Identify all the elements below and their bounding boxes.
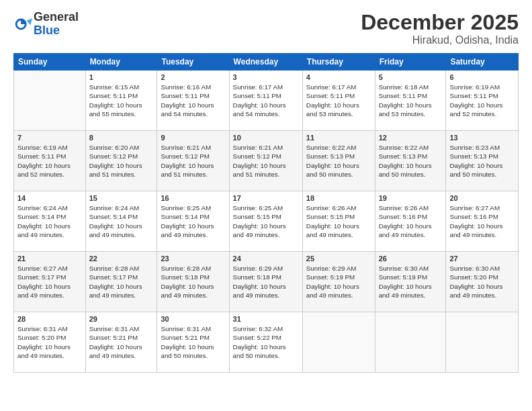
day-info: Sunrise: 6:31 AM Sunset: 5:21 PM Dayligh…: [89, 324, 154, 360]
day-cell: 29Sunrise: 6:31 AM Sunset: 5:21 PM Dayli…: [85, 312, 157, 373]
day-info: Sunrise: 6:32 AM Sunset: 5:22 PM Dayligh…: [233, 324, 299, 360]
title-block: December 2025 Hirakud, Odisha, India: [361, 11, 519, 46]
day-number: 11: [306, 134, 371, 142]
day-number: 31: [233, 315, 299, 323]
day-info: Sunrise: 6:24 AM Sunset: 5:14 PM Dayligh…: [89, 203, 154, 239]
day-number: 20: [449, 194, 515, 202]
day-number: 1: [89, 73, 154, 81]
day-info: Sunrise: 6:23 AM Sunset: 5:13 PM Dayligh…: [449, 143, 515, 179]
day-number: 21: [17, 255, 82, 263]
day-cell: 19Sunrise: 6:26 AM Sunset: 5:16 PM Dayli…: [375, 191, 446, 252]
day-cell: 13Sunrise: 6:23 AM Sunset: 5:13 PM Dayli…: [446, 131, 519, 191]
day-number: 19: [379, 194, 443, 202]
col-header-sunday: Sunday: [14, 54, 86, 71]
day-info: Sunrise: 6:29 AM Sunset: 5:18 PM Dayligh…: [233, 264, 299, 300]
day-number: 10: [233, 134, 299, 142]
day-cell: 22Sunrise: 6:28 AM Sunset: 5:17 PM Dayli…: [85, 252, 157, 312]
col-header-monday: Monday: [85, 54, 157, 71]
day-info: Sunrise: 6:29 AM Sunset: 5:19 PM Dayligh…: [306, 264, 371, 300]
day-number: 15: [89, 194, 154, 202]
day-info: Sunrise: 6:22 AM Sunset: 5:13 PM Dayligh…: [379, 143, 443, 179]
calendar: SundayMondayTuesdayWednesdayThursdayFrid…: [13, 53, 519, 373]
day-number: 8: [89, 134, 154, 142]
day-cell: 18Sunrise: 6:26 AM Sunset: 5:15 PM Dayli…: [302, 191, 375, 252]
day-number: 30: [161, 315, 225, 323]
day-number: 29: [89, 315, 154, 323]
day-cell: 28Sunrise: 6:31 AM Sunset: 5:20 PM Dayli…: [14, 312, 86, 373]
day-number: 12: [379, 134, 443, 142]
header-row: SundayMondayTuesdayWednesdayThursdayFrid…: [14, 54, 519, 71]
day-info: Sunrise: 6:20 AM Sunset: 5:12 PM Dayligh…: [89, 143, 154, 179]
day-number: 25: [306, 255, 371, 263]
day-cell: [446, 312, 519, 373]
day-number: 3: [233, 73, 299, 81]
col-header-thursday: Thursday: [302, 54, 375, 71]
day-cell: 31Sunrise: 6:32 AM Sunset: 5:22 PM Dayli…: [229, 312, 302, 373]
day-number: 13: [449, 134, 515, 142]
day-number: 18: [306, 194, 371, 202]
day-number: 16: [161, 194, 225, 202]
logo-blue: Blue: [34, 24, 60, 37]
day-info: Sunrise: 6:31 AM Sunset: 5:20 PM Dayligh…: [17, 324, 82, 360]
day-cell: 6Sunrise: 6:19 AM Sunset: 5:11 PM Daylig…: [446, 71, 519, 131]
day-number: 14: [17, 194, 82, 202]
day-info: Sunrise: 6:21 AM Sunset: 5:12 PM Dayligh…: [161, 143, 225, 179]
day-cell: 16Sunrise: 6:25 AM Sunset: 5:14 PM Dayli…: [157, 191, 229, 252]
week-row-5: 28Sunrise: 6:31 AM Sunset: 5:20 PM Dayli…: [14, 312, 519, 373]
header: General Blue December 2025 Hirakud, Odis…: [13, 11, 519, 46]
day-info: Sunrise: 6:25 AM Sunset: 5:14 PM Dayligh…: [161, 203, 225, 239]
day-info: Sunrise: 6:27 AM Sunset: 5:16 PM Dayligh…: [449, 203, 515, 239]
day-cell: 4Sunrise: 6:17 AM Sunset: 5:11 PM Daylig…: [302, 71, 375, 131]
day-cell: 25Sunrise: 6:29 AM Sunset: 5:19 PM Dayli…: [302, 252, 375, 312]
day-number: 22: [89, 255, 154, 263]
day-number: 9: [161, 134, 225, 142]
week-row-4: 21Sunrise: 6:27 AM Sunset: 5:17 PM Dayli…: [14, 252, 519, 312]
day-cell: 23Sunrise: 6:28 AM Sunset: 5:18 PM Dayli…: [157, 252, 229, 312]
day-info: Sunrise: 6:19 AM Sunset: 5:11 PM Dayligh…: [17, 143, 82, 179]
day-info: Sunrise: 6:30 AM Sunset: 5:19 PM Dayligh…: [379, 264, 443, 300]
day-info: Sunrise: 6:31 AM Sunset: 5:21 PM Dayligh…: [161, 324, 225, 360]
day-info: Sunrise: 6:24 AM Sunset: 5:14 PM Dayligh…: [17, 203, 82, 239]
day-info: Sunrise: 6:22 AM Sunset: 5:13 PM Dayligh…: [306, 143, 371, 179]
day-cell: 3Sunrise: 6:17 AM Sunset: 5:11 PM Daylig…: [229, 71, 302, 131]
day-cell: [14, 71, 86, 131]
day-number: 23: [161, 255, 225, 263]
day-number: 24: [233, 255, 299, 263]
day-info: Sunrise: 6:26 AM Sunset: 5:15 PM Dayligh…: [306, 203, 371, 239]
logo-text: General Blue: [34, 11, 79, 38]
day-number: 27: [449, 255, 515, 263]
day-number: 28: [17, 315, 82, 323]
day-cell: 7Sunrise: 6:19 AM Sunset: 5:11 PM Daylig…: [14, 131, 86, 191]
day-info: Sunrise: 6:17 AM Sunset: 5:11 PM Dayligh…: [306, 83, 371, 118]
day-cell: 9Sunrise: 6:21 AM Sunset: 5:12 PM Daylig…: [157, 131, 229, 191]
day-cell: 21Sunrise: 6:27 AM Sunset: 5:17 PM Dayli…: [14, 252, 86, 312]
svg-marker-1: [27, 18, 32, 25]
day-number: 2: [161, 73, 225, 81]
day-cell: [375, 312, 446, 373]
day-info: Sunrise: 6:21 AM Sunset: 5:12 PM Dayligh…: [233, 143, 299, 179]
day-info: Sunrise: 6:18 AM Sunset: 5:11 PM Dayligh…: [379, 83, 443, 118]
day-info: Sunrise: 6:26 AM Sunset: 5:16 PM Dayligh…: [379, 203, 443, 239]
day-info: Sunrise: 6:30 AM Sunset: 5:20 PM Dayligh…: [449, 264, 515, 300]
logo-general: General: [34, 10, 79, 24]
col-header-tuesday: Tuesday: [157, 54, 229, 71]
day-cell: 27Sunrise: 6:30 AM Sunset: 5:20 PM Dayli…: [446, 252, 519, 312]
week-row-2: 7Sunrise: 6:19 AM Sunset: 5:11 PM Daylig…: [14, 131, 519, 191]
col-header-wednesday: Wednesday: [229, 54, 302, 71]
day-cell: 24Sunrise: 6:29 AM Sunset: 5:18 PM Dayli…: [229, 252, 302, 312]
day-cell: 12Sunrise: 6:22 AM Sunset: 5:13 PM Dayli…: [375, 131, 446, 191]
logo-icon: [13, 15, 32, 34]
day-info: Sunrise: 6:17 AM Sunset: 5:11 PM Dayligh…: [233, 83, 299, 118]
day-cell: 10Sunrise: 6:21 AM Sunset: 5:12 PM Dayli…: [229, 131, 302, 191]
day-number: 4: [306, 73, 371, 81]
day-number: 6: [449, 73, 515, 81]
day-cell: 26Sunrise: 6:30 AM Sunset: 5:19 PM Dayli…: [375, 252, 446, 312]
day-number: 17: [233, 194, 299, 202]
page: General Blue December 2025 Hirakud, Odis…: [0, 0, 532, 411]
col-header-friday: Friday: [375, 54, 446, 71]
day-cell: 20Sunrise: 6:27 AM Sunset: 5:16 PM Dayli…: [446, 191, 519, 252]
day-info: Sunrise: 6:27 AM Sunset: 5:17 PM Dayligh…: [17, 264, 82, 300]
day-info: Sunrise: 6:28 AM Sunset: 5:17 PM Dayligh…: [89, 264, 154, 300]
week-row-1: 1Sunrise: 6:15 AM Sunset: 5:11 PM Daylig…: [14, 71, 519, 131]
day-info: Sunrise: 6:15 AM Sunset: 5:11 PM Dayligh…: [89, 83, 154, 118]
